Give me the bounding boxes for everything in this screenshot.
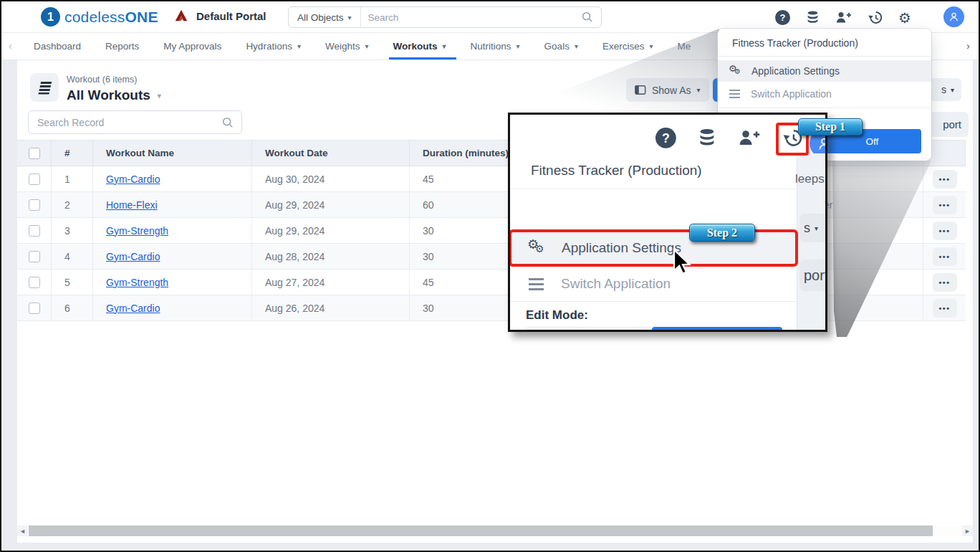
layout-icon bbox=[635, 85, 646, 95]
switch-application-label: Switch Application bbox=[561, 276, 671, 292]
nav-item-hydrations[interactable]: Hydrations▾ bbox=[246, 33, 301, 60]
magnified-nav-fragment: leeps bbox=[795, 172, 825, 186]
row-actions-button[interactable]: ••• bbox=[933, 273, 957, 292]
nav-item-label: Workouts bbox=[393, 41, 438, 52]
portal-name: Default Portal bbox=[196, 10, 266, 22]
object-count-subtitle: Workout (6 items) bbox=[67, 75, 137, 85]
scroll-left-arrow-icon[interactable]: ◄ bbox=[17, 525, 28, 536]
row-checkbox[interactable] bbox=[29, 303, 40, 314]
col-header-name[interactable]: Workout Name bbox=[93, 141, 252, 166]
row-actions-button[interactable]: ••• bbox=[933, 299, 957, 318]
workout-name-link[interactable]: Home-Flexi bbox=[106, 199, 158, 211]
global-search-input[interactable] bbox=[361, 12, 581, 23]
show-as-button[interactable]: Show As ▾ bbox=[626, 78, 709, 102]
nav-item-my-approvals[interactable]: My Approvals bbox=[163, 33, 221, 60]
record-search bbox=[28, 110, 242, 134]
chevron-down-icon: ▾ bbox=[517, 42, 520, 50]
global-search-group: All Objects ▾ bbox=[288, 6, 602, 28]
show-as-label: Show As bbox=[652, 85, 691, 96]
row-actions-button[interactable]: ••• bbox=[933, 247, 957, 266]
row-checkbox[interactable] bbox=[29, 251, 40, 262]
nav-item-weights[interactable]: Weights▾ bbox=[325, 33, 369, 60]
menu-item-switch-application[interactable]: Switch Application bbox=[510, 268, 797, 300]
divider bbox=[718, 56, 931, 57]
user-avatar[interactable] bbox=[943, 6, 964, 27]
settings-gear-icon[interactable]: ⚙ bbox=[898, 11, 911, 25]
workout-date: Aug 28, 2024 bbox=[252, 244, 410, 269]
nav-item-workouts[interactable]: Workouts▾ bbox=[393, 33, 446, 60]
select-all-checkbox[interactable] bbox=[29, 148, 40, 159]
magnified-toolbar-button-fragment: s ▾ bbox=[799, 214, 827, 242]
nav-item-label: Exercises bbox=[602, 41, 645, 52]
database-icon[interactable] bbox=[806, 10, 820, 25]
col-header-date[interactable]: Workout Date bbox=[252, 141, 410, 166]
nav-scroll-right-icon[interactable]: › bbox=[966, 39, 970, 52]
magnified-background-strip: leeps s ▾ port bbox=[797, 153, 825, 332]
row-index: 2 bbox=[52, 192, 93, 217]
portal-switcher[interactable]: Default Portal bbox=[173, 8, 266, 24]
toolbar-button-fragment: s bbox=[941, 84, 946, 95]
logo-text: codelessONE bbox=[64, 9, 158, 26]
chevron-down-icon: ▾ bbox=[348, 14, 352, 22]
chevron-down-icon: ▾ bbox=[365, 42, 368, 50]
workout-name-link[interactable]: Gym-Cardio bbox=[106, 251, 160, 262]
nav-item-reports[interactable]: Reports bbox=[105, 33, 139, 60]
user-icon bbox=[948, 11, 960, 23]
row-checkbox[interactable] bbox=[29, 199, 40, 211]
chevron-down-icon: ▾ bbox=[696, 86, 700, 94]
chevron-down-icon: ▾ bbox=[951, 86, 954, 94]
nav-item-dashboard[interactable]: Dashboard bbox=[34, 33, 81, 60]
workout-name-link[interactable]: Gym-Strength bbox=[106, 277, 168, 288]
row-actions-button[interactable]: ••• bbox=[933, 222, 957, 240]
nav-item-label: My Approvals bbox=[163, 41, 221, 52]
menu-item-application-settings[interactable]: Application Settings bbox=[718, 60, 931, 82]
history-icon[interactable] bbox=[868, 10, 883, 25]
workout-name-link[interactable]: Gym-Cardio bbox=[106, 303, 160, 314]
menu-item-switch-application[interactable]: Switch Application bbox=[718, 83, 931, 105]
zoom-callout-panel: ? ⚙ bbox=[508, 113, 827, 332]
nav-item-label: Me bbox=[677, 41, 691, 52]
search-icon bbox=[581, 11, 594, 24]
workout-name-link[interactable]: Gym-Cardio bbox=[106, 173, 160, 185]
search-scope-select[interactable]: All Objects ▾ bbox=[289, 7, 361, 27]
help-icon[interactable]: ? bbox=[775, 10, 790, 25]
edit-mode-off-button[interactable]: Off bbox=[652, 327, 782, 332]
record-search-input[interactable] bbox=[29, 117, 221, 128]
magnified-export-button-fragment: port bbox=[799, 260, 827, 291]
add-user-icon bbox=[738, 128, 761, 148]
chevron-down-icon: ▾ bbox=[443, 42, 446, 50]
nav-item-me[interactable]: Me bbox=[677, 33, 691, 60]
row-checkbox[interactable] bbox=[29, 277, 40, 288]
edit-mode-on-button[interactable]: On bbox=[526, 327, 652, 332]
row-index: 3 bbox=[52, 218, 93, 243]
row-index: 4 bbox=[52, 244, 93, 269]
workout-date: Aug 30, 2024 bbox=[252, 166, 410, 191]
row-actions-button[interactable]: ••• bbox=[933, 196, 957, 214]
scroll-right-arrow-icon[interactable]: ► bbox=[962, 525, 973, 536]
horizontal-scrollbar[interactable]: ◄ ► bbox=[17, 525, 973, 536]
edit-mode-label: Edit Mode: bbox=[526, 308, 588, 323]
nav-item-nutritions[interactable]: Nutritions▾ bbox=[471, 33, 520, 60]
application-settings-icon bbox=[729, 65, 741, 77]
workout-name-link[interactable]: Gym-Strength bbox=[106, 225, 168, 237]
row-actions-button[interactable]: ••• bbox=[933, 170, 957, 189]
view-title-dropdown[interactable]: All Workouts ▾ bbox=[67, 87, 161, 103]
workout-date: Aug 29, 2024 bbox=[252, 192, 410, 217]
row-checkbox[interactable] bbox=[29, 225, 40, 237]
chevron-down-icon: ▾ bbox=[649, 42, 653, 50]
add-user-icon[interactable] bbox=[835, 10, 852, 25]
scrollbar-thumb[interactable] bbox=[29, 525, 933, 536]
row-checkbox[interactable] bbox=[29, 173, 40, 185]
app-logo[interactable]: 1 codelessONE bbox=[41, 7, 158, 27]
chevron-down-icon: ▾ bbox=[815, 224, 818, 232]
portal-logo-icon bbox=[173, 8, 189, 24]
col-header-index[interactable]: # bbox=[52, 141, 93, 166]
workout-date: Aug 27, 2024 bbox=[252, 270, 410, 295]
application-settings-label: Application Settings bbox=[751, 65, 840, 77]
object-type-icon bbox=[30, 73, 59, 102]
nav-item-goals[interactable]: Goals▾ bbox=[544, 33, 578, 60]
chevron-down-icon: ▾ bbox=[575, 42, 578, 50]
nav-scroll-left-icon[interactable]: ‹ bbox=[9, 39, 12, 52]
nav-item-exercises[interactable]: Exercises▾ bbox=[602, 33, 653, 60]
row-index: 5 bbox=[52, 270, 93, 295]
